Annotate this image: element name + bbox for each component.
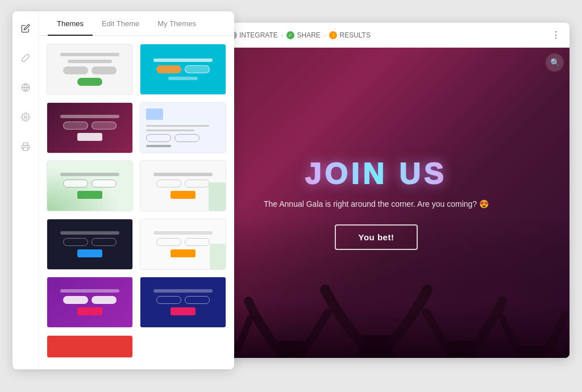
theme-thumbnail-effervesce: [140, 102, 226, 153]
app-container: B BUILD › i INTEGRATE › ✓ SHARE › ! RESU…: [13, 11, 569, 381]
theme-thumbnail-cornerbooth: [140, 160, 226, 211]
theme-card-default[interactable]: Default Theme: [47, 44, 133, 95]
thumb-btn: [185, 65, 210, 73]
tab-my-themes[interactable]: My Themes: [148, 11, 205, 36]
thumb-btn: [63, 180, 88, 187]
breadcrumb-results: ! RESULTS: [329, 31, 370, 39]
svg-point-13: [24, 116, 27, 118]
thumb-btn: [63, 122, 88, 130]
theme-card-foliage[interactable]: Foliage: [47, 160, 133, 212]
theme-card-horatio[interactable]: Horatio: [140, 219, 226, 270]
preview-toolbar-icons: ⋮: [549, 28, 563, 42]
results-icon: !: [329, 31, 337, 39]
breadcrumb-results-label: RESULTS: [339, 31, 370, 39]
svg-rect-14: [23, 147, 28, 150]
theme-card-footloose[interactable]: Footloose: [47, 102, 133, 154]
theme-card-opulence[interactable]: Opulence: [47, 219, 133, 270]
sep2: ›: [281, 32, 284, 39]
sep3: ›: [324, 32, 326, 39]
thumb-btn-row: [63, 180, 117, 187]
thumb-btn: [92, 66, 117, 74]
theme-card-blueberry[interactable]: Blueberry: [140, 277, 226, 328]
hero-content: JOIN US The Annual Gala is right around …: [264, 156, 489, 250]
theme-thumbnail-footloose: [47, 102, 133, 153]
thumb-bar: [60, 53, 119, 56]
thumb-bar: [68, 60, 112, 63]
sidebar-print-icon[interactable]: [16, 137, 35, 156]
thumb-btn: [77, 78, 102, 86]
themes-tabs: Themes Edit Theme My Themes: [39, 11, 234, 36]
sidebar-pencil-icon[interactable]: [16, 19, 35, 37]
thumb-btn-row: [156, 65, 210, 73]
thumb-btn: [77, 191, 102, 199]
thumb-btn: [77, 133, 102, 141]
share-icon: ✓: [286, 31, 294, 39]
tab-themes[interactable]: Themes: [48, 11, 93, 36]
sidebar-globe-icon[interactable]: [16, 78, 35, 97]
preview-toolbar: B BUILD › i INTEGRATE › ✓ SHARE › ! RESU…: [183, 23, 569, 48]
theme-thumbnail-default: [47, 44, 133, 95]
hero-subtitle: The Annual Gala is right around the corn…: [264, 199, 489, 208]
preview-search-icon[interactable]: 🔍: [546, 53, 564, 72]
preview-content: 🔍 JOIN US The Annual Gala is right aroun…: [183, 48, 569, 358]
thumb-bar: [168, 77, 198, 80]
thumb-bar: [153, 59, 213, 62]
preview-window: B BUILD › i INTEGRATE › ✓ SHARE › ! RESU…: [183, 23, 569, 358]
thumb-btn: [92, 122, 117, 130]
theme-card-aurora[interactable]: Aurora: [47, 277, 133, 328]
left-panel: Themes Edit Theme My Themes: [13, 11, 234, 369]
breadcrumb-integrate-label: INTEGRATE: [239, 31, 278, 39]
theme-thumbnail-foliage: [47, 160, 133, 211]
theme-thumbnail-partial: [47, 335, 133, 358]
theme-thumbnail-opulence: [47, 219, 133, 270]
sidebar-gear-icon[interactable]: [16, 108, 35, 126]
more-options-button[interactable]: ⋮: [549, 28, 563, 42]
theme-card-cornerbooth[interactable]: Cornerbooth: [140, 160, 226, 212]
thumb-bar: [60, 115, 119, 118]
theme-thumbnail-engage: [140, 44, 226, 95]
thumb-btn: [146, 134, 171, 142]
tab-edit-theme[interactable]: Edit Theme: [93, 11, 148, 36]
theme-thumbnail-blueberry: [140, 277, 226, 328]
thumb-btn: [174, 134, 199, 142]
hero-button[interactable]: You bet!: [335, 224, 418, 250]
sidebar-icons: [13, 11, 39, 369]
theme-thumbnail-horatio: [140, 219, 226, 270]
thumb-btn: [63, 66, 88, 74]
themes-grid: Default Theme Engage: [39, 36, 234, 369]
breadcrumb-integrate: i INTEGRATE: [229, 31, 278, 39]
breadcrumb-share: ✓ SHARE: [286, 31, 320, 39]
breadcrumb-share-label: SHARE: [297, 31, 320, 39]
theme-card-engage[interactable]: Engage: [140, 44, 226, 95]
theme-thumbnail-aurora: [47, 277, 133, 328]
thumb-btn: [92, 180, 117, 187]
theme-card-partial[interactable]: [47, 335, 133, 361]
hero-title: JOIN US: [264, 156, 489, 190]
themes-panel: Themes Edit Theme My Themes: [39, 11, 234, 369]
thumb-btn-row: [63, 122, 117, 130]
thumb-btn: [156, 65, 181, 73]
thumb-btn-row: [63, 66, 117, 74]
theme-card-effervesce[interactable]: Effervesce: [140, 102, 226, 154]
sidebar-brush-icon[interactable]: [16, 49, 35, 67]
thumb-btn-row: [146, 134, 199, 142]
